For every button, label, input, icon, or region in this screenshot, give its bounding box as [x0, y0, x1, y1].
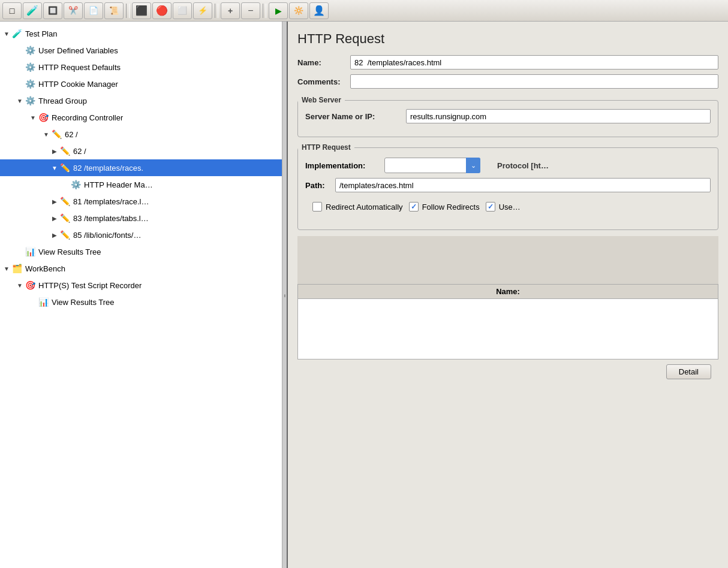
right-panel: HTTP Request Name: Comments: Web Server …	[288, 22, 728, 568]
toolbar-play-btn[interactable]: ▶	[269, 2, 288, 19]
use-checkbox[interactable]	[486, 202, 495, 212]
use-label: Use…	[499, 203, 521, 212]
toolbar-new-btn[interactable]: □	[2, 2, 22, 19]
toolbar-stop-btn[interactable]: 🔴	[152, 2, 172, 19]
tree-item-thread-group[interactable]: ▼ ⚙️ Thread Group	[0, 92, 287, 109]
comments-label: Comments:	[297, 77, 345, 86]
tree-item-83[interactable]: ▶ ✏️ 83 /templates/tabs.l…	[0, 210, 287, 226]
tree-item-label: Test Plan	[25, 29, 57, 38]
edit-icon: ✂️	[68, 6, 78, 15]
remote-stop-icon: ⬜	[178, 6, 187, 15]
tree-item-label: HTTP Header Ma…	[84, 180, 153, 189]
name-table-body	[298, 299, 718, 359]
toggle-thread-group: ▼	[16, 98, 24, 104]
web-server-content: Server Name or IP:	[298, 105, 718, 132]
tree-item-label: View Results Tree	[38, 247, 101, 256]
tree-item-cookie-manager[interactable]: ⚙️ HTTP Cookie Manager	[0, 75, 287, 92]
use-item: Use…	[486, 202, 521, 212]
tree-item-view-results-2[interactable]: 📊 View Results Tree	[0, 294, 287, 310]
toolbar-template-btn[interactable]: 🔲	[43, 2, 62, 19]
path-input[interactable]	[335, 178, 711, 192]
tree: ▼ 🧪 Test Plan ⚙️ User Defined Variables …	[0, 22, 287, 314]
tree-item-62-child[interactable]: ▶ ✏️ 62 /	[0, 143, 287, 159]
toolbar-add-btn[interactable]: +	[221, 2, 240, 19]
tree-item-label: View Results Tree	[52, 298, 115, 307]
header-icon: ⚙️	[70, 179, 82, 191]
open-icon: 🧪	[26, 5, 38, 16]
toolbar-remote-start-btn[interactable]: ⚡	[193, 2, 212, 19]
server-name-input[interactable]	[406, 109, 711, 123]
toolbar-config-btn[interactable]: 👤	[309, 2, 329, 19]
85-icon: ✏️	[59, 229, 71, 241]
tree-item-http-defaults[interactable]: ⚙️ HTTP Request Defaults	[0, 59, 287, 75]
toggle: ▶	[50, 198, 59, 205]
comments-input[interactable]	[350, 74, 718, 89]
implementation-label: Implementation:	[305, 161, 377, 170]
http-request-container: HTTP Request Name: Comments: Web Server …	[288, 22, 728, 384]
name-input[interactable]	[350, 55, 718, 70]
panel-divider[interactable]: ···	[282, 22, 287, 568]
tree-item-label: HTTP Cookie Manager	[38, 80, 118, 89]
follow-redirects-checkbox[interactable]	[409, 202, 419, 212]
server-name-label: Server Name or IP:	[305, 112, 401, 121]
tree-item-label: 83 /templates/tabs.l…	[73, 214, 149, 223]
tree-item-test-plan[interactable]: ▼ 🧪 Test Plan	[0, 25, 287, 42]
tree-item-label: 62 /	[65, 130, 78, 139]
remote-start-icon: ⚡	[198, 6, 207, 15]
tree-item-85[interactable]: ▶ ✏️ 85 /lib/ionic/fonts/…	[0, 226, 287, 243]
tree-item-view-results[interactable]: 📊 View Results Tree	[0, 243, 287, 260]
impl-select-wrap: HttpClient4 Java ⌄	[384, 158, 480, 173]
toolbar-remove-btn[interactable]: −	[241, 2, 260, 19]
tree-item-label: HTTP Request Defaults	[38, 63, 121, 72]
redirect-automatically-item: Redirect Automatically	[312, 202, 403, 212]
view-results-icon: 📊	[24, 246, 36, 258]
tree-item-62[interactable]: ▼ ✏️ 62 /	[0, 126, 287, 143]
highlight-icon: 🔆	[294, 6, 303, 15]
toolbar-edit-btn[interactable]: ✂️	[64, 2, 83, 19]
web-server-section: Web Server Server Name or IP:	[297, 96, 718, 137]
62-icon: ✏️	[50, 128, 62, 140]
redirect-automatically-checkbox[interactable]	[312, 202, 322, 212]
user-vars-icon: ⚙️	[24, 44, 36, 56]
toggle: ▶	[50, 232, 59, 238]
follow-redirects-item: Follow Redirects	[409, 202, 480, 212]
implementation-select[interactable]: HttpClient4 Java	[384, 158, 480, 173]
81-icon: ✏️	[59, 195, 71, 207]
script-recorder-icon: 🎯	[24, 279, 36, 291]
tree-item-http-header[interactable]: ⚙️ HTTP Header Ma…	[0, 176, 287, 193]
tree-item-workbench[interactable]: ▼ 🗂️ WorkBench	[0, 260, 287, 277]
detail-row: Detail	[297, 359, 718, 384]
tree-item-81[interactable]: ▶ ✏️ 81 /templates/race.l…	[0, 193, 287, 210]
tree-item-user-vars[interactable]: ⚙️ User Defined Variables	[0, 42, 287, 59]
detail-button[interactable]: Detail	[666, 364, 711, 379]
divider-dots: ···	[279, 294, 288, 296]
comments-row: Comments:	[297, 74, 718, 89]
tree-item-label: Thread Group	[38, 96, 87, 105]
toolbar-run-btn[interactable]: ⬛	[132, 2, 151, 19]
toggle: ▶	[50, 148, 59, 155]
tree-item-recording-controller[interactable]: ▼ 🎯 Recording Controller	[0, 109, 287, 126]
toggle-82: ▼	[50, 165, 59, 171]
cookie-icon: ⚙️	[24, 78, 36, 90]
toggle: ▶	[50, 215, 59, 222]
path-label: Path:	[305, 181, 335, 190]
name-column-header: Name:	[496, 287, 520, 296]
run-icon: ⬛	[136, 5, 148, 16]
toolbar-remote-stop-btn[interactable]: ⬜	[173, 2, 192, 19]
toolbar-script-btn[interactable]: 📜	[104, 2, 124, 19]
toggle-script: ▼	[16, 282, 24, 289]
toolbar-highlight-btn[interactable]: 🔆	[289, 2, 308, 19]
toolbar-sep-3	[263, 4, 266, 18]
toolbar-export-btn[interactable]: 📄	[84, 2, 103, 19]
tree-item-label: HTTP(S) Test Script Recorder	[38, 281, 142, 290]
play-icon: ▶	[275, 6, 282, 16]
tree-item-82-templates-races[interactable]: ▼ ✏️ 82 /templates/races.	[0, 159, 287, 176]
toggle-recording: ▼	[29, 114, 37, 121]
toolbar-open-btn[interactable]: 🧪	[23, 2, 42, 19]
name-table: Name:	[297, 284, 718, 359]
http-defaults-icon: ⚙️	[24, 61, 36, 73]
62-child-icon: ✏️	[59, 145, 71, 157]
tree-item-label: WorkBench	[25, 264, 65, 273]
tree-item-label: User Defined Variables	[38, 46, 118, 55]
tree-item-script-recorder[interactable]: ▼ 🎯 HTTP(S) Test Script Recorder	[0, 277, 287, 294]
